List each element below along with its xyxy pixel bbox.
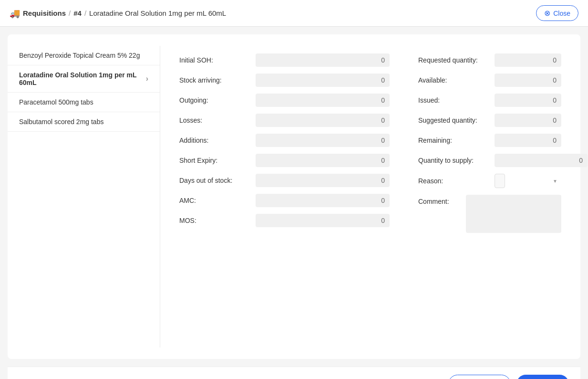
close-label: Close	[553, 10, 570, 17]
issued-row: Issued: 0	[418, 94, 561, 107]
short-expiry-row: Short Expiry:	[179, 154, 390, 167]
sidebar: Benzoyl Peroxide Topical Cream 5% 22g Lo…	[8, 46, 160, 347]
remaining-label: Remaining:	[418, 137, 495, 144]
suggested-quantity-value: 0	[495, 114, 561, 127]
remaining-row: Remaining: 0	[418, 134, 561, 147]
reason-select[interactable]	[495, 174, 505, 188]
breadcrumb-root[interactable]: Requisitions	[23, 9, 66, 17]
available-value: 0	[495, 74, 561, 87]
comment-row: Comment:	[418, 195, 561, 233]
issued-label: Issued:	[418, 96, 495, 104]
quantity-to-supply-label: Quantity to supply:	[418, 157, 495, 164]
suggested-quantity-row: Suggested quantity: 0	[418, 114, 561, 127]
mos-label: MOS:	[179, 217, 256, 224]
stock-arriving-row: Stock arriving:	[179, 74, 390, 87]
stock-arriving-label: Stock arriving:	[179, 76, 256, 84]
reason-label: Reason:	[418, 177, 495, 185]
requested-quantity-row: Requested quantity:	[418, 53, 561, 67]
initial-soh-input[interactable]	[256, 53, 390, 67]
initial-soh-row: Initial SOH:	[179, 53, 390, 67]
reason-wrapper	[495, 174, 561, 188]
sidebar-item-salbutamol[interactable]: Salbutamol scored 2mg tabs	[8, 112, 160, 132]
previous-button[interactable]: ← Previous	[448, 375, 511, 379]
breadcrumb-sep2: /	[84, 9, 86, 17]
sidebar-item-label: Benzoyl Peroxide Topical Cream 5% 22g	[19, 52, 140, 59]
right-form-column: Requested quantity: Available: 0 Issued:…	[418, 53, 561, 340]
quantity-supply-row-inner	[495, 154, 588, 167]
form-area: Initial SOH: Stock arriving: Outgoing: L…	[160, 46, 580, 347]
comment-textarea[interactable]	[466, 195, 561, 233]
footer: ← Previous Next →	[8, 367, 580, 379]
quantity-to-supply-row: Quantity to supply:	[418, 154, 561, 167]
sidebar-item-paracetamol[interactable]: Paracetamol 500mg tabs	[8, 93, 160, 112]
quantity-to-supply-input[interactable]	[495, 154, 588, 167]
short-expiry-label: Short Expiry:	[179, 157, 256, 164]
issued-value: 0	[495, 94, 561, 107]
main-content: Benzoyl Peroxide Topical Cream 5% 22g Lo…	[8, 34, 580, 359]
amc-row: AMC:	[179, 194, 390, 207]
mos-row: MOS:	[179, 214, 390, 227]
days-out-of-stock-label: Days out of stock:	[179, 177, 256, 184]
content-area: Benzoyl Peroxide Topical Cream 5% 22g Lo…	[8, 34, 580, 359]
losses-input[interactable]	[256, 114, 390, 127]
short-expiry-input[interactable]	[256, 154, 390, 167]
additions-input[interactable]	[256, 134, 390, 147]
breadcrumb: 🚚 Requisitions / #4 / Loratadine Oral So…	[10, 8, 226, 19]
breadcrumb-sep1: /	[69, 9, 71, 17]
close-circle-icon: ⊗	[544, 9, 550, 18]
close-button[interactable]: ⊗ Close	[536, 5, 578, 21]
additions-label: Additions:	[179, 137, 256, 144]
sidebar-item-label: Paracetamol 500mg tabs	[19, 98, 93, 106]
amc-label: AMC:	[179, 197, 256, 204]
days-out-of-stock-row: Days out of stock:	[179, 174, 390, 187]
sidebar-item-benzoyl[interactable]: Benzoyl Peroxide Topical Cream 5% 22g	[8, 46, 160, 65]
available-label: Available:	[418, 76, 495, 84]
chevron-right-icon: ›	[146, 74, 148, 83]
requested-quantity-label: Requested quantity:	[418, 56, 495, 64]
requested-quantity-input[interactable]	[495, 53, 561, 67]
sidebar-item-label: Loratadine Oral Solution 1mg per mL 60mL	[19, 71, 146, 86]
days-out-of-stock-input[interactable]	[256, 174, 390, 187]
amc-input[interactable]	[256, 194, 390, 207]
stock-arriving-input[interactable]	[256, 74, 390, 87]
losses-label: Losses:	[179, 116, 256, 124]
header: 🚚 Requisitions / #4 / Loratadine Oral So…	[0, 0, 588, 27]
remaining-value: 0	[495, 134, 561, 147]
outgoing-input[interactable]	[256, 94, 390, 107]
truck-icon: 🚚	[10, 8, 20, 19]
sidebar-item-loratadine[interactable]: Loratadine Oral Solution 1mg per mL 60mL…	[8, 65, 160, 93]
additions-row: Additions:	[179, 134, 390, 147]
left-form-column: Initial SOH: Stock arriving: Outgoing: L…	[179, 53, 390, 340]
available-row: Available: 0	[418, 74, 561, 87]
mos-input[interactable]	[256, 214, 390, 227]
comment-label: Comment:	[418, 195, 466, 205]
losses-row: Losses:	[179, 114, 390, 127]
suggested-quantity-label: Suggested quantity:	[418, 116, 495, 124]
outgoing-label: Outgoing:	[179, 96, 256, 104]
next-button[interactable]: Next →	[516, 375, 569, 379]
initial-soh-label: Initial SOH:	[179, 56, 256, 64]
outgoing-row: Outgoing:	[179, 94, 390, 107]
reason-row: Reason:	[418, 174, 561, 188]
breadcrumb-current: Loratadine Oral Solution 1mg per mL 60mL	[89, 9, 226, 17]
sidebar-item-label: Salbutamol scored 2mg tabs	[19, 118, 103, 126]
breadcrumb-id[interactable]: #4	[73, 9, 82, 17]
